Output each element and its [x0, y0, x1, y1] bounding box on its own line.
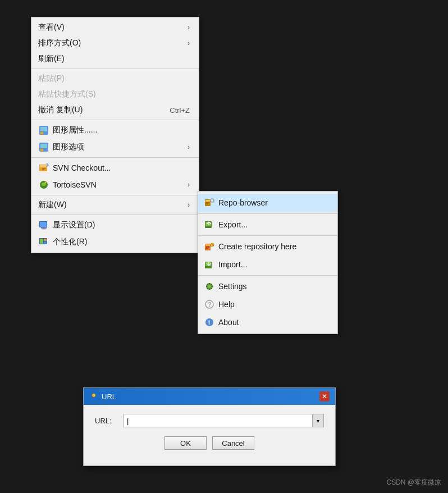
dialog-titlebar: URL ✕	[84, 388, 335, 405]
arrow-icon: ›	[188, 39, 190, 47]
menu-item-graphics-props[interactable]: 图形属性......	[31, 122, 199, 139]
menu-item-svn-checkout[interactable]: SVN Checkout...	[31, 159, 199, 176]
menu-item-undo-copy[interactable]: 撤消 复制(U) Ctrl+Z	[31, 102, 199, 118]
url-input[interactable]	[123, 414, 313, 427]
submenu-item-create-repo[interactable]: Create repository here	[198, 238, 337, 255]
menu-item-new[interactable]: 新建(W) ›	[31, 197, 199, 213]
svg-point-32	[208, 285, 211, 288]
dialog-title-icon	[89, 392, 98, 401]
graphics-props-icon	[38, 125, 49, 136]
submenu-item-about[interactable]: i About	[198, 313, 337, 331]
svg-point-22	[211, 199, 214, 202]
tortoise-icon	[38, 179, 49, 190]
menu-item-paste[interactable]: 粘贴(P)	[31, 71, 199, 86]
svg-rect-2	[40, 132, 43, 134]
svg-rect-13	[40, 222, 47, 227]
svg-text:?: ?	[208, 302, 212, 308]
arrow-icon: ›	[188, 143, 190, 151]
svg-text:i: i	[208, 319, 210, 326]
create-repo-icon	[204, 241, 215, 252]
submenu-item-repo-browser[interactable]: Repo-browser	[198, 194, 337, 212]
menu-item-display-settings[interactable]: 显示设置(D)	[31, 217, 199, 234]
separator	[31, 69, 199, 69]
menu-item-tortoisesvn[interactable]: TortoiseSVN ›	[31, 176, 199, 193]
dialog-title-area: URL	[89, 392, 116, 401]
personalize-icon	[38, 236, 49, 248]
help-icon: ?	[204, 299, 215, 310]
svg-rect-7	[40, 165, 47, 167]
url-row: URL: ▾	[95, 414, 324, 427]
separator	[198, 275, 337, 276]
graphics-options-icon	[38, 141, 49, 153]
separator	[198, 213, 337, 214]
svg-rect-1	[40, 127, 47, 131]
svg-rect-4	[40, 144, 47, 148]
menu-item-view[interactable]: 查看(V) ›	[31, 20, 199, 35]
separator	[31, 157, 199, 158]
menu-item-personalize[interactable]: 个性化(R)	[31, 234, 199, 250]
arrow-icon: ›	[188, 181, 190, 189]
context-menu: 查看(V) › 排序方式(O) › 刷新(E) 粘贴(P) 粘贴快捷方式(S) …	[31, 17, 199, 253]
svg-line-23	[213, 202, 214, 202]
separator	[198, 235, 337, 236]
url-dropdown-arrow[interactable]: ▾	[313, 414, 324, 427]
cancel-button[interactable]: Cancel	[212, 436, 254, 450]
arrow-icon: ›	[188, 201, 190, 209]
submenu-tortoisesvn: Repo-browser Export... Create repository…	[198, 191, 338, 334]
import-icon	[204, 259, 215, 270]
repo-browser-icon	[204, 197, 215, 208]
svg-rect-27	[205, 244, 210, 246]
separator	[31, 120, 199, 120]
dialog-buttons: OK Cancel	[95, 436, 324, 457]
svg-rect-14	[41, 227, 47, 229]
watermark: CSDN @零度微凉	[386, 478, 441, 487]
menu-item-paste-shortcut[interactable]: 粘贴快捷方式(S)	[31, 86, 199, 102]
svg-rect-17	[40, 239, 43, 244]
svg-point-11	[45, 182, 46, 183]
submenu-item-export[interactable]: Export...	[198, 216, 337, 234]
submenu-item-settings[interactable]: Settings	[198, 277, 337, 295]
svg-rect-21	[205, 200, 210, 202]
submenu-item-import[interactable]: Import...	[198, 255, 337, 273]
svg-rect-15	[42, 229, 45, 230]
about-icon: i	[204, 317, 215, 328]
url-dialog: URL ✕ URL: ▾ OK Cancel	[83, 387, 336, 466]
menu-item-refresh[interactable]: 刷新(E)	[31, 51, 199, 67]
dialog-body: URL: ▾ OK Cancel	[84, 405, 335, 465]
svg-point-38	[93, 395, 94, 396]
submenu-item-help[interactable]: ? Help	[198, 295, 337, 313]
separator	[31, 195, 199, 195]
separator	[31, 214, 199, 215]
menu-item-sort[interactable]: 排序方式(O) ›	[31, 35, 199, 51]
export-icon	[204, 219, 215, 230]
arrow-icon: ›	[188, 24, 190, 31]
dialog-title-text: URL	[102, 392, 116, 401]
ok-button[interactable]: OK	[164, 436, 207, 450]
url-label: URL:	[95, 417, 117, 425]
display-settings-icon	[38, 220, 49, 231]
svg-rect-5	[40, 149, 43, 151]
settings-icon	[204, 281, 215, 292]
svn-checkout-icon	[38, 162, 49, 174]
svg-rect-18	[44, 239, 47, 241]
svg-rect-19	[44, 241, 47, 244]
dialog-close-button[interactable]: ✕	[319, 391, 330, 401]
menu-item-graphics-options[interactable]: 图形选项 ›	[31, 139, 199, 156]
